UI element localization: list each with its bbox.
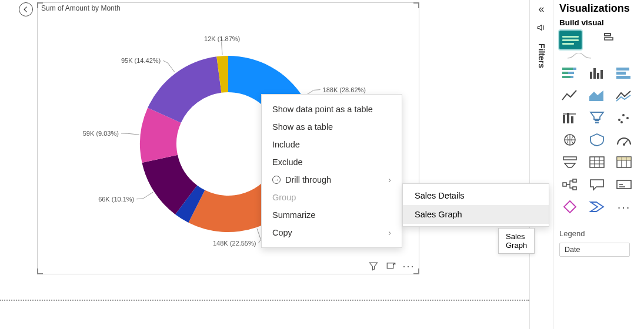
expand-filters-icon[interactable]: « <box>538 4 544 14</box>
svg-rect-9 <box>593 68 596 79</box>
visualizations-pane: Visualizations Build visual <box>553 0 644 329</box>
gauge-icon[interactable] <box>613 132 635 148</box>
drillthrough-submenu: Sales DetailsSales Graph <box>402 183 549 227</box>
arrow-left-icon <box>22 5 30 14</box>
page-divider <box>0 300 529 301</box>
svg-point-21 <box>622 114 625 116</box>
funnel-chart-icon[interactable] <box>586 109 608 126</box>
visualization-picker: ··· <box>559 65 644 215</box>
drill-through-icon: → <box>272 176 281 184</box>
back-button[interactable] <box>19 2 33 16</box>
slicer-icon[interactable] <box>559 154 580 170</box>
pane-title: Visualizations <box>559 2 644 15</box>
line-chart-icon[interactable] <box>559 87 580 103</box>
svg-rect-6 <box>562 76 570 78</box>
tab-indicator <box>568 53 644 59</box>
context-menu: Show data point as a tableShow as a tabl… <box>261 94 402 248</box>
drillthrough-target[interactable]: Sales Graph <box>403 205 549 224</box>
context-menu-label: Drill through <box>285 175 331 184</box>
clustered-column-icon[interactable] <box>586 65 608 81</box>
legend-section-label: Legend <box>559 229 644 238</box>
power-apps-icon[interactable] <box>559 199 580 215</box>
svg-rect-7 <box>570 76 573 78</box>
report-canvas: Sum of Amount by Month 188K (28.62%)148K… <box>0 0 529 329</box>
context-menu-item[interactable]: Copy› <box>262 224 402 241</box>
qna-icon[interactable] <box>586 176 608 193</box>
svg-rect-11 <box>600 70 603 79</box>
context-menu-label: Summarize <box>272 210 315 220</box>
filled-map-icon[interactable] <box>586 132 608 148</box>
announcement-icon[interactable] <box>536 22 547 35</box>
svg-rect-4 <box>562 72 568 74</box>
context-menu-label: Copy <box>272 228 292 237</box>
svg-line-26 <box>624 140 628 145</box>
svg-point-22 <box>626 117 629 119</box>
svg-rect-17 <box>571 116 573 123</box>
context-menu-item[interactable]: Show as a table <box>262 118 402 136</box>
svg-rect-0 <box>387 263 393 268</box>
svg-point-20 <box>618 119 620 121</box>
visual-footer: ··· <box>368 261 414 271</box>
svg-rect-5 <box>568 72 574 74</box>
selection-handle[interactable] <box>37 268 43 274</box>
svg-rect-15 <box>563 115 565 123</box>
selection-handle[interactable] <box>413 2 419 8</box>
svg-rect-28 <box>590 157 604 167</box>
scatter-chart-icon[interactable] <box>613 109 635 126</box>
svg-rect-34 <box>617 180 631 189</box>
context-menu-label: Show data point as a table <box>272 105 373 114</box>
legend-field-value: Date <box>565 246 580 254</box>
context-menu-item[interactable]: Exclude <box>262 153 402 171</box>
ribbon-chart-icon[interactable] <box>559 109 580 126</box>
map-icon[interactable] <box>559 132 580 148</box>
legend-field-well[interactable]: Date <box>559 243 630 257</box>
data-label: 148K (22.55%) <box>213 240 256 247</box>
svg-rect-33 <box>573 187 576 190</box>
stacked-bar-icon[interactable] <box>559 65 580 81</box>
area-chart-icon[interactable] <box>586 87 608 103</box>
format-visual-tab[interactable] <box>598 31 619 47</box>
build-visual-label: Build visual <box>559 18 644 27</box>
context-menu-item[interactable]: Show data point as a table <box>262 100 402 118</box>
svg-rect-14 <box>616 76 630 79</box>
svg-rect-13 <box>616 72 626 75</box>
context-menu-label: Exclude <box>272 157 303 167</box>
context-menu-item[interactable]: Include <box>262 136 402 153</box>
data-label: 59K (9.03%) <box>83 130 119 137</box>
focus-mode-icon[interactable] <box>386 261 396 271</box>
svg-rect-12 <box>616 68 629 70</box>
svg-rect-31 <box>563 183 566 186</box>
table-icon[interactable] <box>586 154 608 170</box>
context-menu-label: Include <box>272 140 300 149</box>
context-menu-item[interactable]: →Drill through› <box>262 171 402 189</box>
svg-rect-10 <box>597 73 599 79</box>
filters-pane-collapsed: « Filters <box>529 0 553 329</box>
context-menu-label: Group <box>272 193 296 202</box>
visual-title: Sum of Amount by Month <box>41 4 121 12</box>
chevron-right-icon: › <box>388 175 391 184</box>
decomposition-tree-icon[interactable] <box>559 176 580 193</box>
card-icon[interactable] <box>613 176 635 193</box>
svg-point-23 <box>620 121 623 123</box>
filter-icon[interactable] <box>368 261 379 271</box>
svg-rect-18 <box>595 119 599 121</box>
power-automate-icon[interactable] <box>586 199 608 215</box>
more-options-icon[interactable]: ··· <box>403 261 414 271</box>
line-stacked-icon[interactable] <box>613 87 635 103</box>
build-visual-tab[interactable] <box>559 31 582 49</box>
svg-rect-8 <box>590 72 592 79</box>
drillthrough-target[interactable]: Sales Details <box>403 186 549 205</box>
stacked-bar-horizontal-icon[interactable] <box>613 65 635 81</box>
svg-rect-1 <box>605 33 610 36</box>
context-menu-label: Show as a table <box>272 122 333 132</box>
svg-rect-27 <box>563 157 576 160</box>
filters-label[interactable]: Filters <box>537 43 546 68</box>
matrix-icon[interactable] <box>613 154 635 170</box>
chevron-right-icon: › <box>388 228 391 237</box>
data-label: 12K (1.87%) <box>204 35 240 42</box>
context-menu-item: Group <box>262 189 402 206</box>
data-label: 188K (28.62%) <box>323 86 366 93</box>
context-menu-item[interactable]: Summarize <box>262 206 402 224</box>
data-label: 66K (10.1%) <box>98 196 134 203</box>
more-visuals-icon[interactable]: ··· <box>613 199 635 215</box>
